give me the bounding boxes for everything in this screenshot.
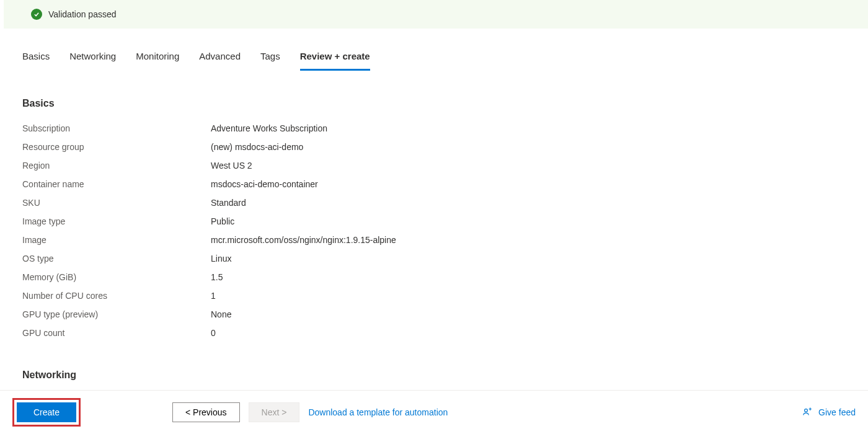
- label-gpu-count: GPU count: [22, 324, 211, 342]
- label-os-type: OS type: [22, 249, 211, 268]
- label-image-type: Image type: [22, 212, 211, 231]
- label-image: Image: [22, 231, 211, 249]
- label-region: Region: [22, 156, 211, 175]
- wizard-tabs: Basics Networking Monitoring Advanced Ta…: [22, 51, 846, 71]
- row-image: Image mcr.microsoft.com/oss/nginx/nginx:…: [22, 231, 846, 249]
- wizard-footer: Create < Previous Next > Download a temp…: [0, 390, 868, 391]
- row-memory: Memory (GiB) 1.5: [22, 268, 846, 286]
- value-subscription: Adventure Works Subscription: [211, 119, 327, 138]
- value-resource-group: (new) msdocs-aci-demo: [211, 138, 303, 156]
- row-gpu-count: GPU count 0: [22, 324, 846, 342]
- label-memory: Memory (GiB): [22, 268, 211, 286]
- label-cpu-cores: Number of CPU cores: [22, 286, 211, 305]
- tab-networking[interactable]: Networking: [69, 51, 116, 71]
- label-resource-group: Resource group: [22, 138, 211, 156]
- value-image-type: Public: [211, 212, 234, 231]
- value-gpu-type: None: [211, 305, 231, 324]
- row-region: Region West US 2: [22, 156, 846, 175]
- value-sku: Standard: [211, 193, 246, 212]
- row-image-type: Image type Public: [22, 212, 846, 231]
- page-content: Basics Networking Monitoring Advanced Ta…: [0, 51, 868, 381]
- tab-basics[interactable]: Basics: [22, 51, 50, 71]
- tab-advanced[interactable]: Advanced: [199, 51, 241, 71]
- row-container-name: Container name msdocs-aci-demo-container: [22, 175, 846, 193]
- label-sku: SKU: [22, 193, 211, 212]
- row-cpu-cores: Number of CPU cores 1: [22, 286, 846, 305]
- section-basics-title: Basics: [22, 98, 846, 109]
- row-resource-group: Resource group (new) msdocs-aci-demo: [22, 138, 846, 156]
- validation-banner: Validation passed: [4, 0, 868, 29]
- row-os-type: OS type Linux: [22, 249, 846, 268]
- value-region: West US 2: [211, 156, 252, 175]
- row-subscription: Subscription Adventure Works Subscriptio…: [22, 119, 846, 138]
- value-container-name: msdocs-aci-demo-container: [211, 175, 318, 193]
- tab-tags[interactable]: Tags: [260, 51, 280, 71]
- row-gpu-type: GPU type (preview) None: [22, 305, 846, 324]
- check-circle-icon: [31, 9, 42, 20]
- value-memory: 1.5: [211, 268, 223, 286]
- label-subscription: Subscription: [22, 119, 211, 138]
- label-container-name: Container name: [22, 175, 211, 193]
- tab-review-create[interactable]: Review + create: [300, 51, 370, 71]
- label-gpu-type: GPU type (preview): [22, 305, 211, 324]
- validation-message: Validation passed: [48, 9, 116, 19]
- tab-monitoring[interactable]: Monitoring: [136, 51, 179, 71]
- section-networking-title: Networking: [22, 370, 846, 381]
- row-sku: SKU Standard: [22, 193, 846, 212]
- value-cpu-cores: 1: [211, 286, 216, 305]
- value-gpu-count: 0: [211, 324, 216, 342]
- value-os-type: Linux: [211, 249, 231, 268]
- value-image: mcr.microsoft.com/oss/nginx/nginx:1.9.15…: [211, 231, 396, 249]
